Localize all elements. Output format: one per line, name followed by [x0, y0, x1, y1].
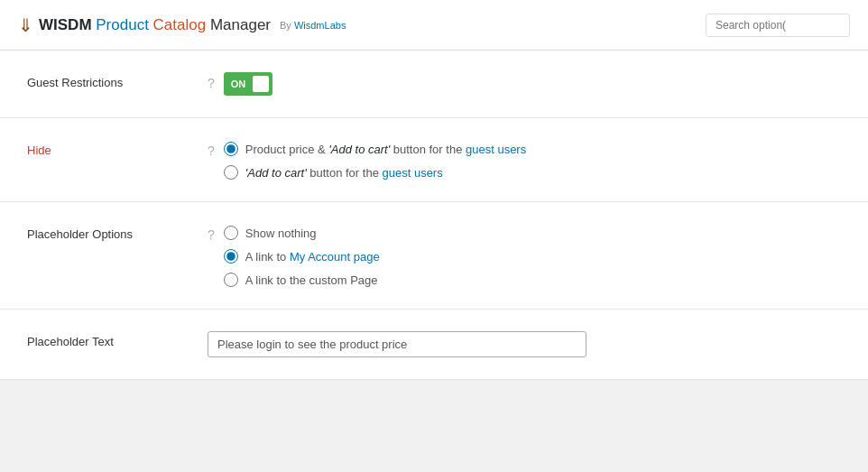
- guest-restrictions-row: Guest Restrictions ? ON: [27, 72, 841, 96]
- placeholder-radio-2[interactable]: [224, 249, 238, 264]
- wisdmlabs-link[interactable]: WisdmLabs: [294, 20, 346, 31]
- guest-restrictions-section: Guest Restrictions ? ON: [0, 51, 868, 118]
- placeholder-text-input[interactable]: [208, 331, 586, 357]
- placeholder-options-controls: ? Show nothing A link to My Account page: [208, 224, 380, 287]
- guest-restrictions-help-icon[interactable]: ?: [208, 76, 215, 90]
- brand-wisdm: WISDM: [39, 16, 92, 33]
- hide-section: Hide ? Product price & 'Add to cart' but…: [0, 118, 868, 202]
- placeholder-text-section: Placeholder Text: [0, 310, 868, 380]
- guest-restrictions-label: Guest Restrictions: [27, 72, 189, 89]
- hide-option-2-label: 'Add to cart' button for the guest users: [245, 166, 443, 180]
- hide-label: Hide: [27, 140, 189, 157]
- toggle-thumb: [253, 76, 269, 92]
- toggle-on-label: ON: [227, 79, 250, 89]
- placeholder-radio-1[interactable]: [224, 226, 238, 240]
- brand-manager: Manager: [206, 16, 271, 33]
- search-input[interactable]: [706, 14, 850, 37]
- hide-radio-group: Product price & 'Add to cart' button for…: [224, 142, 526, 180]
- hide-row: Hide ? Product price & 'Add to cart' but…: [27, 140, 841, 180]
- placeholder-option-1[interactable]: Show nothing: [224, 226, 380, 240]
- placeholder-text-row: Placeholder Text: [27, 331, 841, 357]
- plugin-icon: ⇓: [18, 14, 33, 36]
- placeholder-option-3-label: A link to the custom Page: [245, 273, 378, 287]
- placeholder-options-radio-group: Show nothing A link to My Account page A…: [224, 226, 380, 287]
- guest-restrictions-toggle[interactable]: ON: [224, 72, 273, 96]
- page-content: Guest Restrictions ? ON Hide ? Product: [0, 51, 868, 380]
- guest-restrictions-controls: ? ON: [208, 72, 272, 96]
- placeholder-text-controls: [208, 331, 586, 357]
- brand-product: Product: [92, 16, 149, 33]
- hide-help-icon[interactable]: ?: [208, 143, 215, 158]
- hide-radio-2[interactable]: [224, 165, 238, 180]
- placeholder-option-1-label: Show nothing: [245, 227, 317, 240]
- hide-option-2[interactable]: 'Add to cart' button for the guest users: [224, 165, 526, 180]
- placeholder-option-3[interactable]: A link to the custom Page: [224, 273, 380, 287]
- hide-option-1[interactable]: Product price & 'Add to cart' button for…: [224, 142, 526, 156]
- placeholder-options-section: Placeholder Options ? Show nothing A lin…: [0, 202, 868, 310]
- placeholder-options-row: Placeholder Options ? Show nothing A lin…: [27, 224, 841, 287]
- placeholder-option-2[interactable]: A link to My Account page: [224, 249, 380, 264]
- brand-catalog: Catalog: [149, 16, 206, 33]
- by-label: By WisdmLabs: [280, 20, 346, 31]
- admin-header: ⇓ WISDM Product Catalog Manager By Wisdm…: [0, 0, 868, 51]
- placeholder-options-label: Placeholder Options: [27, 224, 189, 241]
- hide-option-1-label: Product price & 'Add to cart' button for…: [245, 143, 526, 156]
- brand-title: WISDM Product Catalog Manager: [39, 16, 271, 34]
- placeholder-options-help-icon[interactable]: ?: [208, 227, 215, 242]
- placeholder-text-label: Placeholder Text: [27, 331, 189, 348]
- placeholder-radio-3[interactable]: [224, 273, 238, 287]
- hide-controls: ? Product price & 'Add to cart' button f…: [208, 140, 526, 180]
- placeholder-option-2-label: A link to My Account page: [245, 250, 380, 264]
- hide-radio-1[interactable]: [224, 142, 238, 156]
- brand-logo: ⇓ WISDM Product Catalog Manager By Wisdm…: [18, 14, 346, 36]
